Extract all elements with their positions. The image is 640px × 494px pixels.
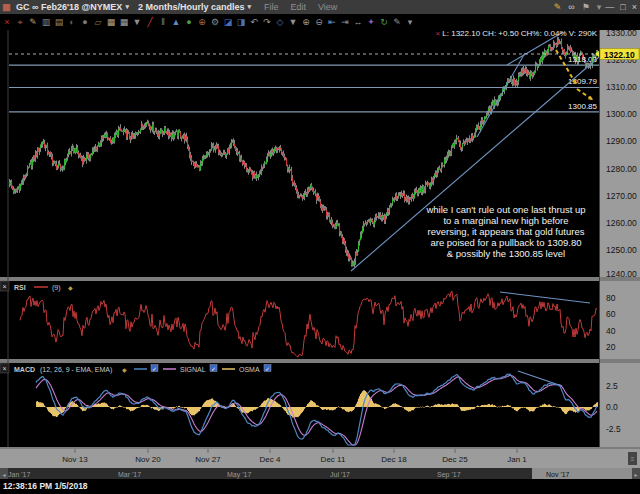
macd-axis-label: 0.0	[606, 402, 618, 412]
status-bar: 12:38:16 PM 1/5/2018	[0, 479, 640, 494]
scroll-left-arrow-icon[interactable]: ◂	[2, 472, 5, 478]
price-axis-label: 1240.00	[606, 269, 637, 279]
price-axis-label: 1310.00	[606, 82, 637, 92]
scroll-left-icon[interactable]: ⇤	[326, 16, 338, 28]
divider-main-rsi[interactable]	[0, 277, 640, 281]
scroll-right-arrow-icon[interactable]: ▸	[634, 472, 637, 478]
macd-close-icon[interactable]: ×	[2, 365, 6, 372]
panel-tool-icon[interactable]: ▤	[53, 16, 65, 28]
menu-view[interactable]: View	[318, 2, 337, 12]
rsi-close-icon[interactable]: ×	[2, 283, 6, 290]
annotation-text-block[interactable]: while I can't rule out one last thrust u…	[425, 204, 585, 259]
rsi-param[interactable]: (9)	[52, 284, 61, 292]
pencil-tool-icon[interactable]: ✎	[27, 16, 39, 28]
annotation-line: are poised for a pullback to 1309.80	[430, 237, 581, 248]
flag-dropdown-caret[interactable]: ▾	[597, 2, 602, 12]
rsi-anchor-icon[interactable]: ◆	[68, 285, 73, 291]
minimize-button[interactable]: —	[605, 2, 614, 12]
macd-line	[36, 374, 597, 445]
grid-small-icon[interactable]: ▦	[105, 16, 117, 28]
price-axis-label: 1290.00	[606, 136, 637, 146]
title-bar: ▦ GC ∞ Feb26'18 @NYMEX ▾ 2 Months/Hourly…	[0, 0, 640, 14]
symbol-title[interactable]: GC ∞ Feb26'18 @NYMEX	[16, 2, 122, 12]
menu-edit[interactable]: Edit	[290, 2, 306, 12]
pointer-tool-icon[interactable]: ✎	[391, 16, 403, 28]
ellipse-tool-icon[interactable]: ●	[183, 16, 195, 28]
rsi-axis-label: 60	[606, 309, 616, 319]
rsi-title[interactable]: RSI	[14, 284, 26, 291]
price-axis-label: 1330.00	[606, 28, 637, 38]
annotation-line: while I can't rule out one last thrust u…	[425, 204, 585, 215]
close-button[interactable]: ×	[632, 2, 637, 12]
link-chart-icon[interactable]: ∞	[568, 2, 574, 12]
zoom-in-icon[interactable]: ⊕	[300, 16, 312, 28]
flag-icon[interactable]: ⚑	[582, 2, 590, 12]
trendline-tool-icon[interactable]: ╱	[144, 16, 156, 28]
triangle-tool-icon[interactable]: ▲	[170, 16, 182, 28]
rsi-divergence-line[interactable]	[500, 292, 590, 303]
refresh-icon[interactable]: ↻	[378, 16, 390, 28]
brush-tool-icon[interactable]: ◐	[66, 16, 78, 28]
redo-icon[interactable]: ↷	[261, 16, 273, 28]
menu-file[interactable]: File	[264, 2, 279, 12]
box-blue-1-icon[interactable]: ◪	[222, 16, 234, 28]
zoom-out-icon[interactable]: ⊖	[313, 16, 325, 28]
columns-tool-icon[interactable]: ▥	[40, 16, 52, 28]
signal-label: SIGNAL	[180, 366, 206, 373]
expand-icon[interactable]: ↔	[352, 16, 364, 28]
title-right-icons: ✎∞⚑▾	[554, 2, 602, 12]
period-dropdown-caret[interactable]: ▾	[247, 3, 251, 11]
trading-app-window: ▦ GC ∞ Feb26'18 @NYMEX ▾ 2 Months/Hourly…	[0, 0, 640, 494]
scrollbar-thumb-label: Nov '17	[546, 471, 570, 478]
close-tool-icon[interactable]: ×	[1, 16, 13, 28]
time-axis-label: Nov 13	[62, 455, 88, 464]
macd-series	[36, 374, 598, 445]
dropdown-3-icon[interactable]: ▾	[404, 16, 416, 28]
macd-anchor-icon[interactable]: ◆	[122, 367, 127, 373]
scroll-right-icon[interactable]: ⇥	[339, 16, 351, 28]
edit-pencil-icon[interactable]: ✎	[554, 2, 562, 12]
grid-large-icon[interactable]: ▦	[118, 16, 130, 28]
time-axis-label: Dec 11	[321, 455, 346, 464]
dropdown-2-icon[interactable]: ▼	[287, 16, 299, 28]
annotation-line: to a marginal new high before	[443, 215, 568, 226]
macd-signal-line	[36, 375, 597, 445]
last-price-tag-text: 1322.10	[604, 50, 635, 60]
rsi-axis-label: 40	[606, 326, 616, 336]
settings-tool-icon[interactable]: ⚙	[209, 16, 221, 28]
price-axis-label: 1260.00	[606, 218, 637, 228]
circle-tool-icon[interactable]: ●	[79, 16, 91, 28]
support-level-lines[interactable]: 1318.031309.791300.85	[9, 55, 599, 112]
macd-title[interactable]: MACD	[14, 366, 35, 373]
scrollbar-track-label: Jul '17	[330, 471, 350, 478]
quote-line: × L: 1322.10 CH: +0.50 CH%: 0.04% V: 290…	[435, 29, 597, 38]
osma-checkbox-check: ✓	[265, 366, 270, 372]
star-tool-icon[interactable]: ✦	[365, 16, 377, 28]
maximize-button[interactable]: □	[620, 2, 625, 12]
menu-bar: FileEditView	[264, 2, 337, 12]
polygon-tool-icon[interactable]: ◇	[274, 16, 286, 28]
time-axis-label: Nov 20	[135, 455, 161, 464]
price-axis-label: 1250.00	[606, 245, 637, 255]
chart-area: 1318.031309.791300.85 while I can't rule…	[0, 28, 640, 479]
folder-tool-icon[interactable]: ▱	[92, 16, 104, 28]
divider-rsi-macd[interactable]	[0, 359, 640, 363]
undo-icon[interactable]: ↶	[248, 16, 260, 28]
target-tool-icon[interactable]: ⌖	[14, 16, 26, 28]
time-axis-label: Dec 4	[260, 455, 281, 464]
macd-param[interactable]: (12, 26, 9 - EMA, EMA)	[40, 366, 112, 374]
osma-label: OSMA	[239, 366, 260, 373]
box-blue-2-icon[interactable]: ◨	[235, 16, 247, 28]
symbol-dropdown-caret[interactable]: ▾	[125, 3, 129, 11]
axis-corner-icon: ≡	[631, 456, 635, 462]
rsi-line	[20, 291, 597, 357]
scrollbar-track-label: Sep '17	[437, 471, 461, 479]
time-axis-label: Dec 25	[442, 455, 468, 464]
fib-tool-icon[interactable]: ⊕	[196, 16, 208, 28]
support-line-label: 1300.85	[568, 102, 597, 111]
time-axis-label: Jan 1	[507, 455, 527, 464]
parallel-tool-icon[interactable]: ‖	[157, 16, 169, 28]
dropdown-1-icon[interactable]: ▼	[131, 16, 143, 28]
period-title[interactable]: 2 Months/Hourly candles	[138, 2, 245, 12]
signal-checkbox-check: ✓	[211, 366, 216, 372]
